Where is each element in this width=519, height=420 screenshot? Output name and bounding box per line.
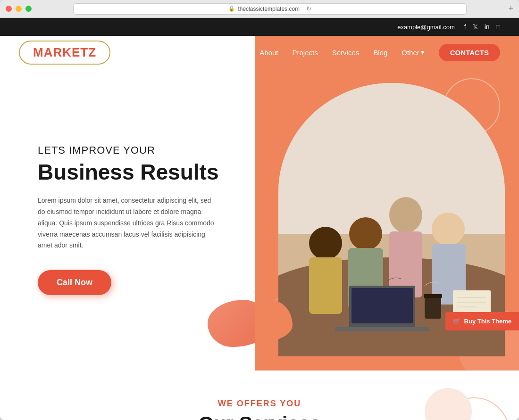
nav-services[interactable]: Services xyxy=(332,49,360,57)
nav-contacts[interactable]: CONTACTS xyxy=(439,44,500,61)
address-bar[interactable]: 🔒 theclassictemplates.com ↻ xyxy=(73,3,467,15)
services-deco-circle-filled xyxy=(425,388,472,420)
nav-about[interactable]: About xyxy=(260,49,278,57)
twitter-icon[interactable]: 𝕏 xyxy=(473,23,478,31)
nav-blog[interactable]: Blog xyxy=(373,49,387,57)
nav-other-label: Other xyxy=(402,49,419,57)
call-now-button[interactable]: Call Now xyxy=(38,270,111,295)
services-deco-right xyxy=(377,360,519,420)
main-nav: About Projects Services Blog Other ▾ CON… xyxy=(260,44,500,61)
cart-icon: 🛒 xyxy=(453,318,460,325)
add-tab-button[interactable]: + xyxy=(508,4,513,14)
svg-point-10 xyxy=(432,213,465,246)
contact-email: example@gmail.com xyxy=(397,24,455,31)
chevron-down-icon: ▾ xyxy=(421,48,425,57)
browser-window: 🔒 theclassictemplates.com ↻ + example@gm… xyxy=(0,0,519,420)
linkedin-icon[interactable]: in xyxy=(485,23,490,31)
logo-rest: ARKETZ xyxy=(44,45,96,59)
hero-title: Business Results xyxy=(38,160,226,184)
svg-point-4 xyxy=(309,227,342,260)
facebook-icon[interactable]: f xyxy=(464,23,466,31)
buy-theme-label: Buy This Theme xyxy=(464,318,511,325)
refresh-icon[interactable]: ↻ xyxy=(306,5,311,12)
buy-theme-button[interactable]: 🛒 Buy This Theme xyxy=(445,312,519,330)
header-inner: MARKETZ About Projects Services Blog Oth… xyxy=(0,36,519,69)
header: MARKETZ About Projects Services Blog Oth… xyxy=(0,36,519,69)
lock-icon: 🔒 xyxy=(228,6,235,12)
maximize-button[interactable] xyxy=(25,6,32,12)
svg-rect-15 xyxy=(425,295,441,319)
logo-text: MARKETZ xyxy=(33,45,96,60)
logo-m: M xyxy=(33,45,44,59)
instagram-icon[interactable]: □ xyxy=(496,23,500,31)
nav-projects[interactable]: Projects xyxy=(293,49,318,57)
social-icons-group: f 𝕏 in □ xyxy=(464,23,500,31)
svg-rect-16 xyxy=(424,294,442,298)
browser-titlebar: 🔒 theclassictemplates.com ↻ + xyxy=(0,0,519,18)
top-bar: example@gmail.com f 𝕏 in □ xyxy=(0,18,519,36)
svg-point-8 xyxy=(389,197,422,233)
svg-rect-14 xyxy=(335,327,429,331)
close-button[interactable] xyxy=(6,6,12,12)
hero-section: LETS IMPROVE YOUR Business Results Lorem… xyxy=(0,69,519,371)
nav-other[interactable]: Other ▾ xyxy=(402,48,425,57)
hero-subtitle: LETS IMPROVE YOUR xyxy=(38,144,226,156)
hero-description: Lorem ipsum dolor sit amet, consectetur … xyxy=(38,195,217,251)
services-section: WE OFFERS YOU Our Services xyxy=(0,371,519,420)
svg-rect-5 xyxy=(309,257,342,314)
minimize-button[interactable] xyxy=(16,6,22,12)
url-text: theclassictemplates.com xyxy=(238,6,300,12)
website-content: example@gmail.com f 𝕏 in □ MARKETZ xyxy=(0,18,519,420)
logo[interactable]: MARKETZ xyxy=(19,41,110,65)
svg-point-6 xyxy=(349,217,382,250)
svg-rect-13 xyxy=(352,288,413,323)
